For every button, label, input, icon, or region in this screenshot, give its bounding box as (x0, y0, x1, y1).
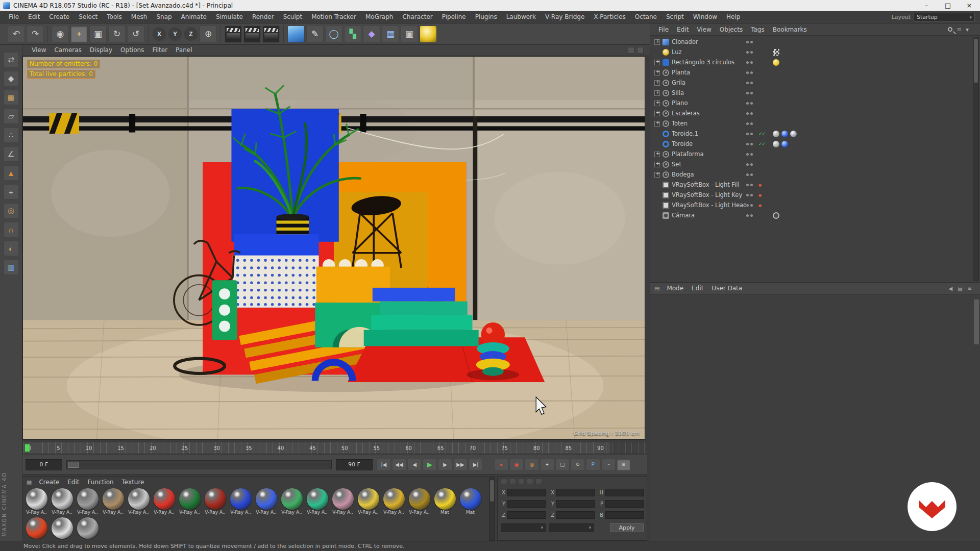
object-row[interactable]: Clonador (650, 37, 972, 47)
material-preview-sphere[interactable] (358, 488, 379, 510)
expand-toggle[interactable] (654, 90, 660, 96)
object-row[interactable]: VRaySoftBox - Light Key (650, 190, 972, 200)
menubar-item[interactable]: Window (689, 11, 722, 23)
object-name[interactable]: Toroide.1 (672, 130, 746, 137)
object-manager-menu-item[interactable]: Tags (747, 26, 769, 33)
undo-button[interactable]: ↶ (8, 26, 25, 43)
menubar-item[interactable]: Simulate (211, 11, 248, 23)
layout-dropdown[interactable]: Startup ▾ (914, 13, 975, 21)
object-tag[interactable] (790, 131, 797, 137)
close-button[interactable]: × (959, 0, 980, 11)
snap-toggle[interactable]: ∩ (4, 222, 19, 237)
menubar-item[interactable]: Select (74, 11, 102, 23)
menubar-item[interactable]: Octane (630, 11, 662, 23)
material-preview-sphere[interactable] (383, 488, 405, 510)
current-frame-field[interactable]: 0 F (26, 459, 62, 470)
record-pla-toggle[interactable]: ~ (601, 459, 616, 471)
coordinate-system-toggle[interactable]: ⊕ (200, 26, 217, 43)
menubar-item[interactable]: Snap (152, 11, 176, 23)
object-row[interactable]: Escaleras (650, 108, 972, 118)
object-row[interactable]: Toroide (650, 139, 972, 149)
autokeying-button[interactable]: ◉ (509, 459, 524, 471)
move-tool[interactable]: + (70, 26, 88, 43)
object-manager-scrollbar[interactable] (973, 37, 979, 281)
object-row[interactable]: VRaySoftBox - Light Fill (650, 180, 972, 190)
menubar-item[interactable]: Laubwerk (502, 11, 541, 23)
timeline-ruler[interactable]: 051015202530354045505560657075808590 (22, 442, 647, 454)
material-swatch[interactable] (24, 517, 48, 539)
history-icon[interactable]: ≡ (968, 286, 972, 291)
object-row[interactable]: Toroide.1 (650, 129, 972, 139)
object-row[interactable]: Bodega (650, 169, 972, 180)
object-tag[interactable] (773, 59, 779, 66)
coords-tab[interactable] (501, 479, 507, 484)
viewport-menu-item[interactable]: Display (86, 46, 116, 54)
coords-dropdown-left[interactable]: ▾ (501, 523, 546, 532)
add-environment-button[interactable]: ▦ (382, 26, 399, 43)
coordinate-input[interactable] (507, 489, 546, 496)
record-keyframe-button[interactable]: ● (494, 459, 508, 471)
record-scale-toggle[interactable]: ▢ (555, 459, 570, 471)
lock-x-axis[interactable]: X (152, 27, 166, 41)
object-name[interactable]: Clonador (672, 38, 746, 45)
material-preview-sphere[interactable] (460, 488, 481, 510)
panel-menu-icon[interactable]: ▾ (966, 26, 969, 33)
collapse-arrow-icon[interactable]: ◀ (948, 286, 952, 291)
expand-toggle[interactable] (654, 162, 660, 167)
object-row[interactable]: Silla (650, 88, 972, 98)
viewport-options-icon[interactable] (637, 47, 644, 54)
material-preview-sphere[interactable] (77, 517, 99, 539)
object-name[interactable]: Grila (672, 79, 746, 86)
material-menu-item[interactable]: Texture (118, 479, 149, 486)
object-tag[interactable] (773, 212, 779, 219)
menubar-item[interactable]: V-Ray Bridge (541, 11, 589, 23)
object-row[interactable]: Plataforma (650, 149, 972, 159)
material-menu-item[interactable]: Function (84, 479, 118, 486)
material-preview-sphere[interactable] (179, 488, 201, 510)
object-row[interactable]: Toten (650, 118, 972, 129)
expand-toggle[interactable] (654, 70, 660, 76)
material-swatch[interactable]: V-Ray A.. (178, 488, 202, 515)
material-preview-sphere[interactable] (205, 488, 226, 510)
object-row[interactable]: Cámara (650, 210, 972, 220)
menubar-item[interactable]: Script (662, 11, 689, 23)
menubar-item[interactable]: File (4, 11, 23, 23)
add-camera-button[interactable]: ▣ (401, 26, 418, 43)
quantize-toggle[interactable]: ◐ (4, 241, 19, 256)
visibility-dots[interactable] (746, 214, 758, 217)
object-tag[interactable] (773, 141, 779, 147)
material-preview-sphere[interactable] (332, 488, 354, 510)
object-manager-menu-item[interactable]: Bookmarks (769, 26, 811, 33)
texture-mode[interactable]: ▦ (4, 90, 19, 105)
coords-dropdown-right[interactable]: ▾ (549, 523, 594, 532)
playback-options-button[interactable]: ≡ (617, 459, 631, 471)
enable-axis-mode[interactable]: + (4, 184, 19, 199)
expand-toggle[interactable] (654, 121, 660, 127)
visibility-dots[interactable] (746, 51, 758, 54)
material-menu-item[interactable]: Create (35, 479, 63, 486)
material-preview-sphere[interactable] (52, 488, 73, 510)
object-row[interactable]: Rectángulo 3 círculos (650, 57, 972, 67)
material-swatch[interactable]: V-Ray A.. (152, 488, 176, 515)
coords-tab[interactable] (527, 479, 533, 484)
material-swatch[interactable]: V-Ray A.. (305, 488, 329, 515)
object-row[interactable]: Plano (650, 98, 972, 108)
object-name[interactable]: Cámara (672, 212, 746, 219)
material-preview-sphere[interactable] (434, 488, 456, 510)
play-button[interactable]: ▶ (423, 459, 437, 471)
menubar-item[interactable]: Help (722, 11, 745, 23)
live-selection-tool[interactable]: ◉ (52, 26, 69, 43)
lock-y-axis[interactable]: Y (168, 27, 182, 41)
object-tag[interactable] (773, 131, 779, 137)
material-swatch[interactable] (50, 517, 74, 539)
render-picture-viewer-button[interactable] (243, 26, 261, 43)
coordinate-input[interactable] (605, 511, 644, 519)
visibility-dots[interactable] (746, 204, 758, 207)
viewport-solo[interactable]: ◎ (4, 203, 19, 218)
material-preview-sphere[interactable] (256, 488, 277, 510)
keyframe-selection-button[interactable]: ◎ (525, 459, 539, 471)
material-swatch[interactable] (76, 517, 100, 539)
previous-key-button[interactable]: ◀◀ (392, 459, 406, 471)
menubar-item[interactable]: MoGraph (361, 11, 398, 23)
visibility-dots[interactable] (746, 153, 758, 156)
